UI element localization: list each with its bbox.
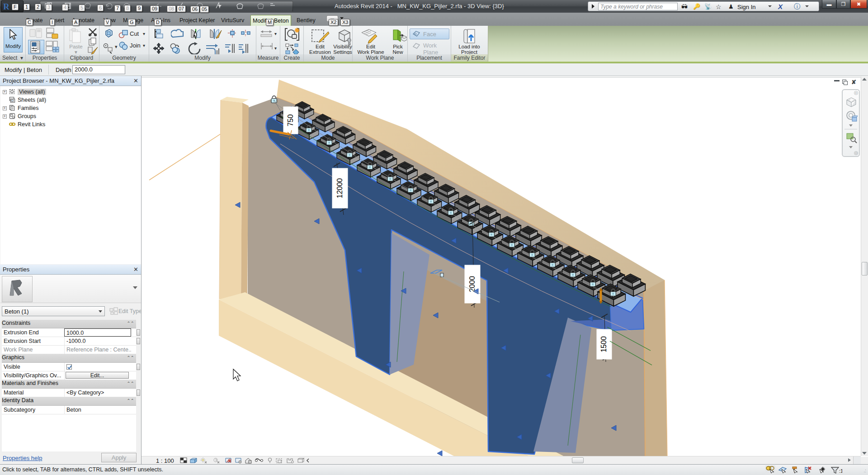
svg-text:750: 750: [287, 114, 294, 127]
svg-text:12000: 12000: [336, 178, 344, 199]
svg-text:2000: 2000: [468, 276, 476, 292]
svg-text:1500: 1500: [600, 336, 608, 352]
svg-text::1: :1: [839, 468, 842, 474]
